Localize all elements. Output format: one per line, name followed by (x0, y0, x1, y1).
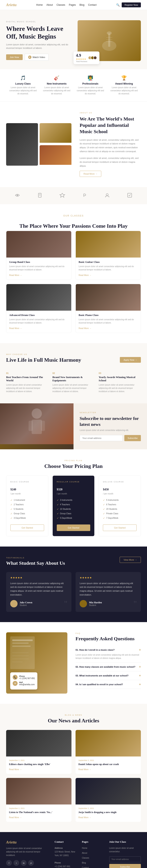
about-content: ABOUT US We Are The World's Most Popular… (80, 112, 141, 177)
footer-contact-col: Contact Address 123 Music Street, New Yo… (55, 840, 76, 868)
test-author-0: Jake Crown Student " (10, 600, 67, 608)
why-feature-0: 01 Best Teachers From Around The World L… (6, 372, 49, 393)
class-card-title-3: Basic Piano Class (79, 313, 138, 317)
feature-instruments-title: New Instruments (42, 82, 71, 85)
footer-link-classes[interactable]: Classes (82, 857, 89, 859)
test-card-0: ★★★★★ Lorem ipsum dolor sit amet consect… (6, 572, 71, 612)
nav-blog[interactable]: Blog (80, 3, 84, 6)
search-icon[interactable]: 🔍 (116, 3, 120, 7)
nav-home[interactable]: Home (36, 3, 43, 6)
quote-icon-1: " (134, 600, 137, 608)
footer-desc: Lorem ipsum dolor sit amet consectetur a… (6, 846, 49, 857)
pricing-feature-item: ✓ Group Class (10, 512, 44, 516)
svg-point-6 (17, 195, 18, 196)
why-feature-text-2: Lorem ipsum dolor sit amet consectetur a… (98, 383, 141, 393)
test-avatar-0 (10, 600, 18, 608)
pricing-feature-item: ✓ 5 Instruments (103, 498, 137, 502)
youtube-button[interactable]: yt (28, 860, 34, 866)
faq-toggle-2: + (139, 674, 141, 677)
footer-link-contact[interactable]: Contact (82, 867, 89, 868)
faq-question-2[interactable]: 03. What instruments are available at ou… (76, 674, 141, 677)
feature-instruments: 🎸 New Instruments Lorem ipsum dolor sit … (42, 75, 71, 95)
class-card-link-3[interactable]: Read More → (79, 327, 91, 330)
news-grid: September 2, 2021 Editors share chatting… (6, 730, 141, 822)
pricing-features-0: ✓ 1 Instrument ✓ 2 Teachers ✓ 5 Students… (10, 498, 44, 520)
facebook-button[interactable]: f (6, 860, 12, 866)
pricing-label: PRICING PLAN (6, 460, 141, 462)
pricing-period-0: / per month (10, 493, 44, 495)
pricing-title: Choose Your Pricing Plan (6, 463, 141, 469)
newsletter-section: NEWSLETTER Subscribe to our newsletter f… (0, 403, 147, 449)
why-cta[interactable]: Apply Now → (120, 357, 141, 363)
class-card-title-2: Advanced Drum Class (9, 313, 68, 317)
news-card-link-0[interactable]: Read More → (9, 768, 22, 771)
faq-question-3[interactable]: 04. Is I am qualified to enroll in your … (76, 683, 141, 686)
faq-question-0[interactable]: 01. How do I enroll in a music class? + (76, 648, 141, 652)
award-icon: 🏆 (110, 75, 139, 81)
phone-icon: 📞 (13, 675, 18, 680)
why-feature-title-2: Yearly Awards Winning Musical School (98, 376, 141, 382)
classes-section: OUR CLASSES The Place Where Your Passion… (0, 204, 147, 343)
twitter-button[interactable]: t (13, 860, 19, 866)
about-image-bottom-right (39, 145, 71, 166)
hero-section: DIGITAL MUSIC SCHOOL Where Words Leave O… (0, 10, 147, 69)
nav-contact[interactable]: Contact (88, 3, 96, 6)
pricing-cta-2[interactable]: Get Started (103, 525, 137, 531)
play-icon: ▶ (28, 56, 31, 59)
footer-pages-title: Pages (82, 840, 103, 843)
news-card-link-1[interactable]: Read More → (79, 768, 91, 771)
faq-item-0: 01. How do I enroll in a music class? + … (76, 646, 141, 662)
hero-buttons: Join Now ▶ Watch Video (6, 54, 71, 61)
hero-content: DIGITAL MUSIC SCHOOL Where Words Leave O… (6, 21, 71, 61)
pricing-feature-item: ✓ 4 Teachers (57, 502, 90, 507)
why-title: Live Life in Full Music Harmony (6, 357, 88, 363)
pricing-cta-0[interactable]: Get Started (10, 525, 44, 531)
faq-illustration (6, 632, 59, 677)
navbar: Arietta Home About Classes Pages Blog Co… (0, 0, 147, 10)
hero-cta-secondary[interactable]: ▶ Watch Video (25, 54, 49, 61)
instagram-button[interactable]: in (21, 860, 27, 866)
nav-links: Home About Classes Pages Blog Contact (36, 3, 96, 6)
news-card-link-2[interactable]: Read More → (9, 816, 22, 818)
testimonials-cta[interactable]: View More → (120, 557, 141, 563)
luxury-icon: 🎵 (9, 75, 37, 81)
person-illustration (25, 405, 49, 442)
pricing-feature-item: ✓ Group Class (57, 512, 90, 516)
why-feature-num-2: 03 (98, 372, 141, 374)
footer-newsletter-submit[interactable]: Subscribe (109, 864, 141, 868)
faq-question-1[interactable]: 02. How many classes are available from … (76, 665, 141, 669)
footer-link-home[interactable]: Home (82, 847, 87, 849)
feature-professionals-desc: Lorem ipsum dolor sit amet consectetur a… (76, 86, 105, 95)
footer-link-blog[interactable]: Blog (82, 862, 86, 864)
class-card-link-0[interactable]: Read More → (9, 274, 22, 276)
footer-logo: Arietta (6, 840, 49, 844)
class-card-link-2[interactable]: Read More → (9, 327, 22, 330)
pricing-cta-1[interactable]: Get Started (57, 525, 90, 531)
hero-cta-primary[interactable]: Join Now (6, 54, 23, 60)
class-card-title-0: Group Band Class (9, 260, 68, 264)
news-card-link-3[interactable]: Read More → (79, 816, 91, 818)
pricing-grid: Basic Course $240 / per month ✓ 1 Instru… (6, 475, 141, 536)
about-cta[interactable]: Read More → (80, 171, 101, 177)
news-card-date-0: September 2, 2021 (9, 760, 68, 762)
about-text2: Lorem ipsum dolor sit amet, consectetur … (80, 156, 141, 168)
footer-newsletter-input[interactable] (109, 856, 141, 862)
class-card-link-1[interactable]: Read More → (79, 274, 91, 276)
faq-contact-card: 📞 Phone +1 (234) 567-891 ✉ Mail info@ari… (10, 672, 37, 689)
nav-about[interactable]: About (46, 3, 53, 6)
svg-point-10 (106, 194, 108, 196)
footer-link-about[interactable]: About (82, 852, 87, 854)
newsletter-input[interactable] (80, 435, 123, 441)
partner-icon-6 (126, 192, 133, 199)
pricing-card-label-2: Deluxe Course (103, 481, 137, 483)
newsletter-submit[interactable]: Subscribe (124, 435, 141, 441)
test-card-1: ★★★★★ Lorem ipsum dolor sit amet consect… (76, 572, 141, 612)
nav-pages[interactable]: Pages (69, 3, 76, 6)
register-button[interactable]: Register Now (122, 2, 141, 7)
footer-newsletter-title: Join Our Class (109, 840, 141, 843)
pricing-feature-item: ✓ 5 Days/Week (57, 516, 90, 520)
test-author-role-0: Student (20, 604, 32, 607)
faq-phone-label: Phone (19, 675, 35, 677)
nav-classes[interactable]: Classes (57, 3, 65, 6)
pricing-features-2: ✓ 5 Instruments ✓ 6 Teachers ✓ 20 Studen… (103, 498, 137, 520)
